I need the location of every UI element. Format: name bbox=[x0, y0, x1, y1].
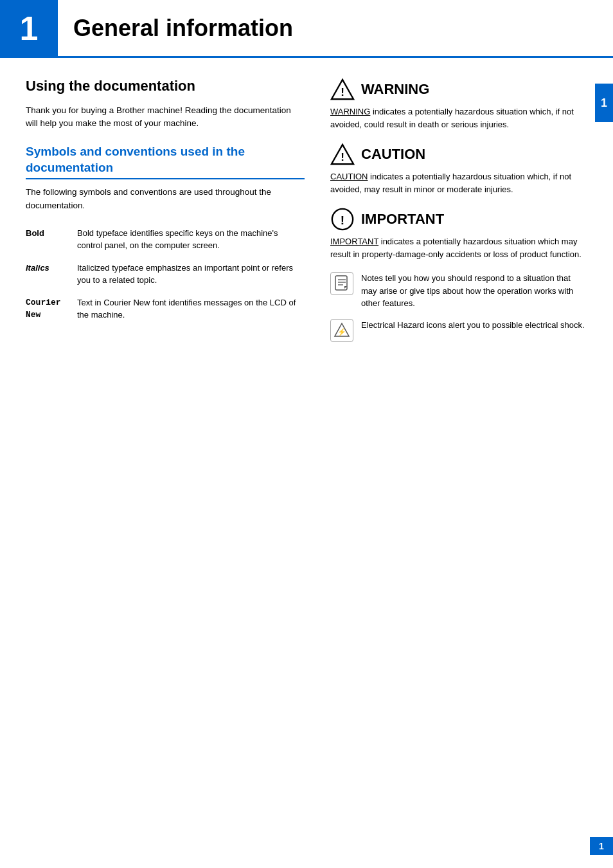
important-header: ! IMPORTANT bbox=[330, 207, 587, 231]
important-block: ! IMPORTANT IMPORTANT indicates a potent… bbox=[330, 207, 587, 260]
page-header: 1 General information bbox=[0, 0, 613, 58]
notes-block: Notes tell you how you should respond to… bbox=[330, 272, 587, 310]
desc-bold: Bold typeface identifies specific keys o… bbox=[77, 224, 305, 258]
term-italics: Italics bbox=[26, 258, 77, 293]
warning-icon: ! bbox=[330, 77, 355, 102]
caution-title: CAUTION bbox=[361, 146, 425, 163]
note-svg bbox=[333, 275, 351, 293]
caution-header: ! CAUTION bbox=[330, 142, 587, 167]
important-title: IMPORTANT bbox=[361, 211, 444, 228]
svg-text:⚡: ⚡ bbox=[337, 327, 346, 336]
electrical-block: ⚡ Electrical Hazard icons alert you to p… bbox=[330, 319, 587, 342]
side-tab-label: 1 bbox=[601, 96, 607, 110]
warning-block: ! WARNING WARNING indicates a potentiall… bbox=[330, 77, 587, 131]
warning-header: ! WARNING bbox=[330, 77, 587, 102]
svg-text:!: ! bbox=[341, 213, 344, 227]
caution-icon: ! bbox=[330, 142, 355, 167]
caution-block: ! CAUTION CAUTION indicates a potentiall… bbox=[330, 142, 587, 195]
important-text: IMPORTANT indicates a potentially hazard… bbox=[330, 235, 587, 260]
notes-icon bbox=[330, 272, 353, 295]
electrical-text: Electrical Hazard icons alert you to pos… bbox=[361, 319, 587, 332]
important-icon: ! bbox=[330, 207, 355, 231]
desc-italics: Italicized typeface emphasizes an import… bbox=[77, 258, 305, 293]
caution-text: CAUTION indicates a potentially hazardou… bbox=[330, 170, 587, 195]
warning-underline: WARNING bbox=[330, 107, 370, 116]
convention-table: Bold Bold typeface identifies specific k… bbox=[26, 224, 305, 328]
sub-section-title: Symbols and conventions used in the docu… bbox=[26, 144, 305, 179]
term-courier: CourierNew bbox=[26, 293, 77, 328]
svg-text:!: ! bbox=[341, 151, 344, 163]
main-content: Using the documentation Thank you for bu… bbox=[0, 58, 613, 377]
svg-text:!: ! bbox=[341, 86, 344, 98]
important-underline: IMPORTANT bbox=[330, 237, 378, 246]
right-column: ! WARNING WARNING indicates a potentiall… bbox=[330, 77, 587, 351]
caution-underline: CAUTION bbox=[330, 172, 368, 181]
left-column: Using the documentation Thank you for bu… bbox=[26, 77, 305, 351]
chapter-title-box: General information bbox=[58, 0, 293, 56]
side-tab: 1 bbox=[595, 84, 613, 122]
chapter-title: General information bbox=[73, 15, 293, 42]
main-section-title: Using the documentation bbox=[26, 77, 305, 95]
table-row: CourierNew Text in Courier New font iden… bbox=[26, 293, 305, 328]
intro-text: Thank you for buying a Brother machine! … bbox=[26, 104, 305, 131]
chapter-number-box: 1 bbox=[0, 0, 58, 56]
notes-text: Notes tell you how you should respond to… bbox=[361, 272, 587, 310]
following-text: The following symbols and conventions ar… bbox=[26, 186, 305, 212]
desc-courier: Text in Courier New font identifies mess… bbox=[77, 293, 305, 328]
table-row: Italics Italicized typeface emphasizes a… bbox=[26, 258, 305, 293]
page-number: 1 bbox=[590, 837, 613, 855]
chapter-number: 1 bbox=[20, 9, 39, 48]
electrical-icon: ⚡ bbox=[330, 319, 353, 342]
warning-title: WARNING bbox=[361, 81, 429, 98]
warning-text: WARNING indicates a potentially hazardou… bbox=[330, 105, 587, 131]
table-row: Bold Bold typeface identifies specific k… bbox=[26, 224, 305, 258]
electrical-svg: ⚡ bbox=[333, 322, 350, 339]
term-bold: Bold bbox=[26, 224, 77, 258]
